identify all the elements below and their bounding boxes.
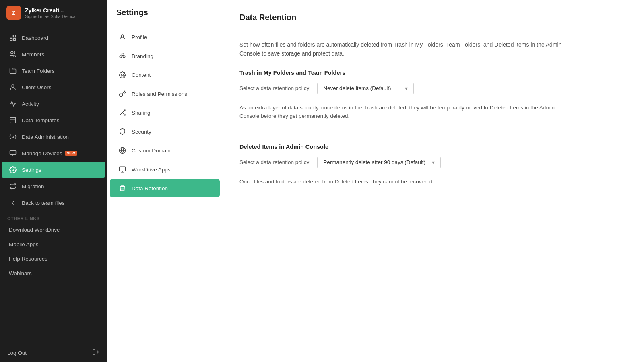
svg-point-9 <box>12 136 14 138</box>
section2-policy-value: Permanently delete after 90 days (Defaul… <box>323 159 425 165</box>
settings-item-label: Roles and Permissions <box>132 91 187 97</box>
branding-icon <box>118 51 127 60</box>
sidebar-item-back-to-team[interactable]: Back to team files <box>2 195 105 211</box>
main-content: Data Retention Set how often files and f… <box>223 0 644 362</box>
svg-point-17 <box>120 56 122 58</box>
settings-item-data-retention[interactable]: Data Retention <box>110 179 220 197</box>
sidebar-item-label: Settings <box>22 167 41 173</box>
migration-icon <box>9 182 17 190</box>
settings-item-label: Content <box>132 72 151 78</box>
settings-item-label: Profile <box>132 34 147 40</box>
sidebar-item-webinars[interactable]: Webinars <box>2 266 105 280</box>
sharing-icon <box>118 108 127 117</box>
settings-item-workdrive-apps[interactable]: WorkDrive Apps <box>110 160 220 179</box>
section1-title: Trash in My Folders and Team Folders <box>239 70 628 76</box>
security-icon <box>118 127 127 136</box>
svg-rect-2 <box>10 39 12 41</box>
settings-item-label: Custom Domain <box>132 148 171 154</box>
section-divider <box>239 134 628 134</box>
settings-item-roles[interactable]: Roles and Permissions <box>110 84 220 103</box>
roles-icon <box>118 89 127 98</box>
description-text: Set how often files and folders are auto… <box>239 40 570 58</box>
settings-item-profile[interactable]: Profile <box>110 28 220 46</box>
settings-item-branding[interactable]: Branding <box>110 47 220 65</box>
data-administration-icon <box>9 133 17 141</box>
sidebar-item-label: Manage Devices <box>22 150 62 156</box>
sidebar-item-label: Activity <box>22 101 39 107</box>
app-logo: Z <box>6 6 21 20</box>
svg-rect-0 <box>10 35 12 37</box>
settings-panel-title: Settings <box>107 0 223 24</box>
sidebar-item-migration[interactable]: Migration <box>2 178 105 194</box>
sidebar-item-team-folders[interactable]: Team Folders <box>2 63 105 79</box>
section1-chevron-icon: ▾ <box>405 85 408 92</box>
section1-policy-select[interactable]: Never delete items (Default) ▾ <box>317 82 414 95</box>
section2-policy-label: Select a data retention policy <box>239 159 309 165</box>
sidebar-brand: Zylker Creati... Signed in as Sofia Delu… <box>25 7 76 19</box>
sidebar-item-label: Migration <box>22 183 44 189</box>
sidebar-item-manage-devices[interactable]: Manage Devices New <box>2 145 105 161</box>
manage-devices-icon <box>9 149 17 157</box>
svg-rect-3 <box>14 39 16 41</box>
sidebar-item-dashboard[interactable]: Dashboard <box>2 30 105 46</box>
sidebar-item-data-administration[interactable]: Data Administration <box>2 129 105 145</box>
sidebar-item-data-templates[interactable]: Data Templates <box>2 112 105 128</box>
svg-point-16 <box>122 53 124 55</box>
svg-point-5 <box>12 85 14 87</box>
svg-point-19 <box>122 74 124 76</box>
logout-icon <box>92 348 99 357</box>
settings-nav: Profile Branding Content Roles and Permi… <box>107 24 223 362</box>
sidebar-item-label: Mobile Apps <box>9 241 39 247</box>
settings-item-content[interactable]: Content <box>110 66 220 84</box>
sidebar-item-members[interactable]: Members <box>2 46 105 62</box>
sidebar-item-mobile-apps[interactable]: Mobile Apps <box>2 237 105 251</box>
settings-item-label: Data Retention <box>132 185 168 191</box>
sidebar-item-label: Help Resources <box>9 256 47 262</box>
new-badge: New <box>65 151 77 156</box>
data-retention-icon <box>118 184 127 193</box>
settings-item-label: Sharing <box>132 110 151 116</box>
section2-chevron-icon: ▾ <box>432 159 435 166</box>
sidebar-item-label: Dashboard <box>22 35 48 41</box>
section1-note: As an extra layer of data security, once… <box>239 103 570 121</box>
sidebar-footer: Log Out <box>0 343 107 362</box>
svg-point-18 <box>123 56 125 58</box>
sidebar-nav: Dashboard Members Team Folders Client Us… <box>0 26 107 343</box>
logout-button[interactable]: Log Out <box>7 350 27 356</box>
sidebar-item-activity[interactable]: Activity <box>2 96 105 112</box>
settings-item-custom-domain[interactable]: Custom Domain <box>110 141 220 160</box>
other-links-section-label: OTHER LINKS <box>0 211 107 222</box>
svg-rect-1 <box>14 35 16 37</box>
settings-icon <box>9 166 17 174</box>
custom-domain-icon <box>118 146 127 155</box>
dashboard-icon <box>9 34 17 42</box>
svg-rect-24 <box>120 167 126 171</box>
content-icon <box>118 70 127 79</box>
client-users-icon <box>9 83 17 91</box>
brand-sub: Signed in as Sofia Deluca <box>25 14 76 19</box>
settings-item-label: Branding <box>132 53 153 59</box>
svg-rect-6 <box>10 117 16 123</box>
svg-point-4 <box>11 51 13 54</box>
data-templates-icon <box>9 116 17 124</box>
sidebar-item-download[interactable]: Download WorkDrive <box>2 223 105 237</box>
team-folders-icon <box>9 67 17 75</box>
sidebar-item-help-resources[interactable]: Help Resources <box>2 252 105 266</box>
svg-point-13 <box>12 169 14 171</box>
sidebar-item-settings[interactable]: Settings <box>2 162 105 178</box>
activity-icon <box>9 100 17 108</box>
members-icon <box>9 50 17 58</box>
brand-name: Zylker Creati... <box>25 7 76 14</box>
sidebar-item-label: Team Folders <box>22 68 55 74</box>
section1-policy-label: Select a data retention policy <box>239 85 309 91</box>
settings-item-security[interactable]: Security <box>110 122 220 141</box>
section1-policy-value: Never delete items (Default) <box>323 85 391 91</box>
sidebar-item-label: Data Templates <box>22 117 60 123</box>
sidebar-item-label: Data Administration <box>22 134 69 140</box>
sidebar-item-label: Webinars <box>9 270 32 276</box>
sidebar-item-client-users[interactable]: Client Users <box>2 79 105 95</box>
settings-item-sharing[interactable]: Sharing <box>110 103 220 122</box>
sidebar: Z Zylker Creati... Signed in as Sofia De… <box>0 0 107 362</box>
settings-item-label: WorkDrive Apps <box>132 167 171 173</box>
section2-policy-select[interactable]: Permanently delete after 90 days (Defaul… <box>317 156 441 169</box>
